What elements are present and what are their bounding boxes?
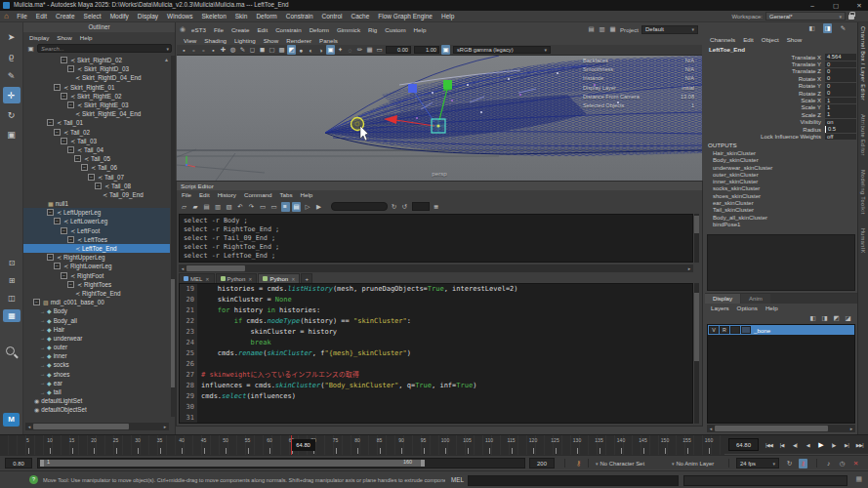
viewport-menu-item-panels[interactable]: Panels: [315, 37, 342, 44]
script-editor-menu-item-tabs[interactable]: Tabs: [275, 191, 296, 198]
move-tool-icon[interactable]: ✛: [3, 87, 21, 103]
tab-anim[interactable]: Anim: [741, 294, 770, 304]
auto-keyframe-icon[interactable]: ⚷: [799, 459, 807, 468]
execute-icon[interactable]: ▶: [314, 202, 323, 212]
attribute-value-field[interactable]: 4.564: [825, 54, 856, 61]
scroll-right-icon[interactable]: ▸: [161, 424, 169, 429]
current-time-field[interactable]: 64.80: [728, 438, 759, 451]
outliner-item-tail-01[interactable]: −≺Tail_01: [23, 118, 170, 127]
panel-menu-item-help[interactable]: Help: [410, 26, 431, 33]
layer-menu-item-layers[interactable]: Layers: [707, 305, 733, 311]
grease-pencil-icon[interactable]: ✏: [355, 45, 364, 55]
main-menu-item-edit[interactable]: Edit: [31, 13, 51, 20]
outliner-item-ear[interactable]: →◆ear: [23, 379, 170, 387]
ipr-render-icon[interactable]: ▥: [598, 24, 606, 34]
animation-start-field[interactable]: 0.80: [5, 458, 32, 468]
outliner-item-skirt-righte-04-end[interactable]: ≺Skirt_RightE_04_End: [23, 109, 170, 118]
outliner-item-tail-07[interactable]: −≺Tail_07: [23, 172, 170, 181]
camera-bookmark-icon[interactable]: ▫: [189, 45, 198, 55]
play-backwards-button[interactable]: ◀: [802, 442, 814, 448]
outliner-item-skirt-rightd-03[interactable]: −≺Skirt_RightD_03: [23, 64, 170, 73]
magnifier-icon[interactable]: [6, 346, 15, 355]
save-script-icon[interactable]: ▤: [202, 202, 211, 212]
save-selected-icon[interactable]: ▥: [214, 202, 223, 212]
range-slider-track[interactable]: 1 160: [37, 458, 525, 468]
output-node-socks-skincluster[interactable]: socks_skinCluster: [705, 185, 857, 192]
outliner-item-lefttoe-end[interactable]: ≺LeftToe_End: [23, 244, 170, 253]
main-menu-item-file[interactable]: File: [13, 13, 31, 20]
gamma-field[interactable]: 1.00: [414, 46, 439, 54]
outliner-item-outer[interactable]: →◆outer: [23, 343, 170, 351]
attribute-editor-toggle-icon[interactable]: ◧: [807, 23, 816, 33]
textured-icon[interactable]: ▩: [277, 45, 286, 55]
layer-row-bone[interactable]: VR_bone: [708, 325, 854, 335]
expander-icon[interactable]: −: [61, 93, 67, 100]
outliner-item-tail-04[interactable]: −≺Tail_04: [23, 145, 170, 154]
maya-home-icon[interactable]: ⌂: [4, 12, 9, 20]
main-menu-item-create[interactable]: Create: [52, 13, 80, 20]
xray-icon[interactable]: ◍: [228, 45, 237, 55]
go-to-end-button[interactable]: ▶▶|: [853, 442, 866, 448]
exposure-field[interactable]: 0.00: [386, 46, 411, 54]
tab-python[interactable]: Python✕: [258, 273, 300, 283]
attribute-value-field[interactable]: 0.5: [825, 126, 856, 133]
anim-layer-dropdown[interactable]: ▾No Anim Layer: [672, 458, 714, 468]
search-scope-field[interactable]: [412, 202, 430, 211]
close-icon[interactable]: ✕: [291, 276, 295, 282]
outliner-item-body[interactable]: →◆Body: [23, 306, 170, 315]
lock-camera-icon[interactable]: ▪: [180, 45, 188, 55]
lock-icon[interactable]: [848, 15, 854, 20]
outliner-item-leftupperleg[interactable]: −≺LeftUpperLeg: [23, 208, 170, 217]
layer-extra-toggle[interactable]: [730, 326, 740, 334]
paint-select-tool-icon[interactable]: ✎: [3, 67, 21, 84]
script-editor-menu-item-file[interactable]: File: [178, 191, 195, 198]
channel-box-toggle-icon[interactable]: ✎: [839, 23, 847, 33]
output-node-body-all-skincluster[interactable]: Body_all_skinCluster: [705, 215, 857, 222]
select-tool-icon[interactable]: ➤: [3, 28, 21, 45]
workspace-dropdown[interactable]: General*▾: [765, 12, 846, 20]
view-transform-dropdown[interactable]: sRGB gamma (legacy)▾: [453, 46, 551, 54]
outliner-item-rightfoot[interactable]: −≺RightFoot: [23, 271, 170, 280]
depth-of-field-icon[interactable]: ✦: [336, 45, 345, 55]
panel-menu-item-custom[interactable]: Custom: [381, 26, 409, 33]
render-settings-icon[interactable]: ▦: [608, 24, 617, 34]
expander-icon[interactable]: −: [74, 155, 81, 162]
sidebar-tab-modeling-toolkit[interactable]: Modeling Toolkit: [860, 170, 866, 215]
outliner-item-righttoe-end[interactable]: ≺RightToe_End: [23, 289, 170, 298]
script-history-pane[interactable]: select -r Body ;select -r RightToe_End ;…: [179, 214, 693, 263]
new-tab-icon[interactable]: ▧: [225, 202, 233, 212]
expander-icon[interactable]: −: [61, 57, 67, 63]
playback-range-bar[interactable]: [40, 460, 425, 467]
outliner-menu-item-display[interactable]: Display: [25, 34, 53, 41]
main-menu-item-flow-graph-engine[interactable]: Flow Graph Engine: [374, 13, 437, 20]
output-node-ear-skincluster[interactable]: ear_skinCluster: [705, 200, 857, 207]
clear-input-icon[interactable]: ▭: [259, 202, 268, 212]
viewport-menu-item-lighting[interactable]: Lighting: [230, 37, 260, 44]
expander-icon[interactable]: −: [54, 218, 61, 224]
play-forward-button[interactable]: ▶: [814, 441, 827, 449]
move-layer-down-icon[interactable]: ◨: [820, 313, 829, 323]
attribute-value-field[interactable]: 0: [825, 75, 856, 82]
outliner-item-socks[interactable]: →◆socks: [23, 360, 170, 369]
project-dropdown[interactable]: Default▾: [641, 25, 698, 34]
screen-space-ao-icon[interactable]: ◑: [316, 45, 325, 55]
panel-menu-item-create[interactable]: Create: [227, 26, 254, 33]
filter-icon[interactable]: ▣: [26, 44, 35, 54]
range-start-handle[interactable]: [40, 460, 44, 467]
layer-visibility-toggle[interactable]: V: [709, 326, 719, 334]
color-management-icon[interactable]: ▣: [441, 45, 450, 55]
output-node-inner-skincluster[interactable]: inner_skinCluster: [705, 179, 857, 185]
outliner-horizontal-scrollbar[interactable]: ◂ ▸: [25, 423, 169, 430]
layout-single-pane-icon[interactable]: ⊡: [3, 257, 21, 269]
panel-menu-item-file[interactable]: File: [210, 26, 227, 33]
script-search-input[interactable]: [331, 202, 388, 211]
outliner-item-tail-05[interactable]: −≺Tail_05: [23, 154, 170, 163]
main-menu-item-display[interactable]: Display: [133, 13, 162, 20]
output-node-body-skincluster[interactable]: Body_skinCluster: [705, 157, 857, 164]
expander-icon[interactable]: −: [54, 129, 61, 136]
script-editor-menu-item-history[interactable]: History: [214, 191, 240, 198]
attribute-value-field[interactable]: 0: [825, 83, 856, 90]
outliner-menu-item-show[interactable]: Show: [53, 34, 75, 41]
search-input[interactable]: Search...▾: [37, 44, 172, 53]
load-script-icon[interactable]: ▰: [191, 202, 200, 212]
